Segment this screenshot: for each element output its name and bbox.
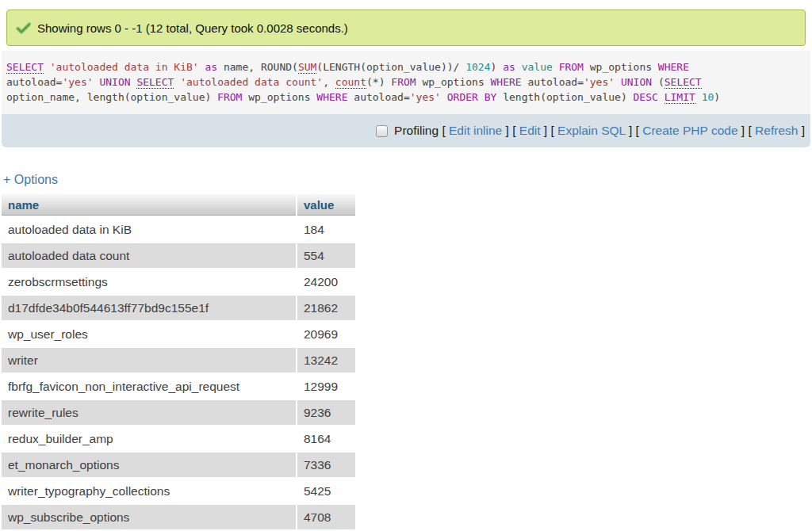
sql-token: FROM <box>559 61 584 73</box>
sql-token: WHERE <box>316 91 347 103</box>
cell-name: autoloaded data in KiB <box>2 217 296 242</box>
column-header-name[interactable]: name <box>2 194 296 216</box>
sql-token <box>695 91 702 103</box>
success-message-banner: Showing rows 0 - -1 (12 total, Query too… <box>6 10 806 46</box>
tools-links: [ Edit inline ] [ Edit ] [ Explain SQL ]… <box>439 124 805 138</box>
sql-token <box>553 61 559 73</box>
sql-token: 'yes' <box>410 91 441 103</box>
sql-token: DESC <box>634 91 658 103</box>
sql-token: 'yes' <box>584 76 615 88</box>
cell-name: writer_typography_collections <box>2 479 296 503</box>
sql-token <box>615 76 621 88</box>
sql-token: option_name, length(option_value) <box>6 91 217 103</box>
sql-help-link[interactable]: count <box>335 76 366 89</box>
sql-token: UNION <box>99 76 130 88</box>
sql-token: value <box>522 61 553 73</box>
bracket: ] <box>798 124 805 137</box>
table-row: et_monarch_options7336 <box>2 453 355 477</box>
sql-token <box>515 61 522 73</box>
edit-link[interactable]: Edit <box>519 124 541 137</box>
bracket: ] <box>626 124 633 137</box>
table-row: writer13242 <box>2 348 355 372</box>
table-row: autoloaded data count554 <box>2 243 355 268</box>
sql-help-link[interactable]: SELECT <box>6 61 44 74</box>
cell-value: 21862 <box>297 296 355 320</box>
cell-value: 12999 <box>297 374 355 399</box>
cell-value: 13242 <box>297 348 355 372</box>
cell-name: zerobscrmsettings <box>2 269 296 294</box>
table-header-row: name value <box>2 194 355 216</box>
results-table-body: autoloaded data in KiB184autoloaded data… <box>2 217 355 529</box>
query-tools-bar: Profiling [ Edit inline ] [ Edit ] [ Exp… <box>2 114 810 147</box>
sql-token: UNION <box>621 76 652 88</box>
profiling-label: Profiling <box>394 124 439 138</box>
bracket: ] <box>541 124 548 137</box>
sql-token: autoload= <box>347 91 409 103</box>
success-check-icon <box>16 22 31 34</box>
edit-inline-link[interactable]: Edit inline <box>449 124 502 137</box>
table-row: redux_builder_amp8164 <box>2 426 355 451</box>
refresh-link[interactable]: Refresh <box>755 124 798 137</box>
options-toggle-link[interactable]: + Options <box>3 173 58 187</box>
sql-help-link[interactable]: SELECT <box>136 76 174 89</box>
sql-token: as <box>205 61 217 73</box>
sql-token <box>658 91 665 103</box>
bracket: [ <box>632 124 642 137</box>
sql-token: wp_options <box>242 91 316 103</box>
cell-name: autoloaded data count <box>2 243 296 268</box>
sql-help-link[interactable]: SUM <box>298 61 316 74</box>
sql-token: ( <box>652 76 665 88</box>
explain-sql-link[interactable]: Explain SQL <box>557 124 626 137</box>
sql-token: FROM <box>391 76 416 88</box>
cell-value: 4708 <box>297 505 355 529</box>
table-row: wp_user_roles20969 <box>2 322 355 346</box>
cell-value: 24200 <box>297 269 355 294</box>
cell-value: 20969 <box>297 322 355 346</box>
result-status-text: Showing rows 0 - -1 (12 total, Query too… <box>37 21 348 35</box>
sql-token: (LENGTH(option_value))/ <box>316 61 465 73</box>
bracket: [ <box>509 124 519 137</box>
column-header-value[interactable]: value <box>297 194 355 216</box>
sql-token: length(option_value) <box>496 91 633 103</box>
cell-value: 7336 <box>297 453 355 477</box>
create-php-code-link[interactable]: Create PHP code <box>642 124 737 137</box>
cell-name: wp_subscribe_options <box>2 505 296 529</box>
profiling-checkbox[interactable] <box>376 125 388 137</box>
table-row: writer_typography_collections5425 <box>2 479 355 503</box>
sql-line: autoload='yes' UNION SELECT 'autoloaded … <box>6 74 806 90</box>
sql-token: autoload= <box>6 76 62 88</box>
cell-name: wp_user_roles <box>2 322 296 346</box>
table-row: fbrfg_favicon_non_interactive_api_reques… <box>2 374 355 399</box>
bracket: [ <box>439 124 449 137</box>
sql-token <box>441 91 447 103</box>
query-result-container: SELECT 'autoloaded data in KiB' as name,… <box>2 51 810 147</box>
sql-token: wp_options <box>416 76 491 88</box>
bracket: ] <box>502 124 509 137</box>
sql-help-link[interactable]: LIMIT <box>665 91 695 104</box>
sql-line: SELECT 'autoloaded data in KiB' as name,… <box>6 59 806 74</box>
sql-token: ) <box>714 91 720 103</box>
table-row: rewrite_rules9236 <box>2 400 355 425</box>
sql-help-link[interactable]: SELECT <box>665 76 702 89</box>
table-row: d17dfde34b0f544613ff77bd9c155e1f21862 <box>2 296 355 320</box>
cell-value: 9236 <box>297 400 355 425</box>
bracket: ] <box>738 124 745 137</box>
sql-token: 1024 <box>465 61 490 73</box>
sql-token: ) <box>491 61 504 73</box>
table-row: wp_subscribe_options4708 <box>2 505 355 529</box>
bracket: [ <box>745 124 755 137</box>
cell-name: d17dfde34b0f544613ff77bd9c155e1f <box>2 296 296 320</box>
sql-token: WHERE <box>491 76 522 88</box>
sql-token: 'autoloaded data count' <box>180 76 323 88</box>
cell-name: redux_builder_amp <box>2 426 296 451</box>
sql-token: WHERE <box>658 61 689 73</box>
sql-token <box>174 76 180 88</box>
sql-token: ORDER BY <box>447 91 497 103</box>
sql-token: 'autoloaded data in KiB' <box>50 61 199 73</box>
cell-value: 554 <box>297 243 355 268</box>
sql-token: as <box>503 61 515 73</box>
sql-token: name, ROUND( <box>217 61 298 73</box>
cell-value: 5425 <box>297 479 355 503</box>
sql-token: (*) <box>366 76 391 88</box>
sql-line: option_name, length(option_value) FROM w… <box>6 90 806 105</box>
